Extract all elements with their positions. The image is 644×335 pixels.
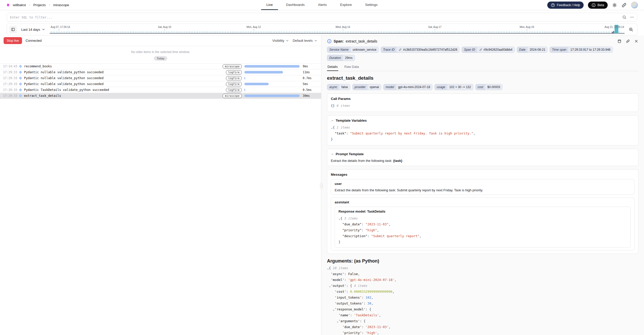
badge-value: 29ms — [343, 55, 354, 61]
sql-filter-input[interactable] — [10, 15, 619, 19]
tab-alerts[interactable]: Alerts — [313, 0, 332, 10]
template-variables-title: Template Variables — [336, 119, 367, 122]
time-range-dropdown[interactable]: Last 14 days — [19, 28, 47, 32]
duration-label: 30ms — [303, 94, 318, 98]
panel-icon — [617, 39, 621, 43]
logfire-logo-icon[interactable] — [6, 3, 10, 7]
tab-live[interactable]: Live — [261, 0, 278, 10]
span-detail-panel: Span: extract_task_details Service Name … — [321, 35, 644, 335]
breadcrumb-item[interactable]: mirascope — [53, 3, 69, 7]
duration-bar — [244, 83, 269, 85]
timeline-axis — [50, 33, 625, 34]
badge-value: gpt-4o-mini-2024-07-18 — [396, 84, 432, 90]
duration-label: 9ms — [303, 65, 318, 68]
breadcrumb-item[interactable]: Projects — [33, 3, 46, 7]
sql-filter-bar — [7, 13, 637, 22]
badge-value: #9c942620aa93dbb4 — [477, 47, 515, 53]
badge-label: Date — [517, 47, 528, 53]
response-model-json: ⌄{ 3 items "due_date": "2023-11-03", "pr… — [339, 215, 627, 245]
timeline-zoom-button[interactable] — [627, 26, 635, 33]
log-message: extract_task_details — [24, 94, 61, 98]
timeline-track[interactable]: Aug 07, 17:26:14Sat, Aug 10Mon, Aug 12We… — [50, 24, 625, 35]
theme-toggle-button[interactable] — [612, 3, 617, 8]
link-icon — [621, 3, 627, 8]
sidebar-toggle-button[interactable] — [9, 26, 17, 33]
share-link-button[interactable] — [621, 3, 627, 8]
default-levels-dropdown[interactable]: Default levels — [293, 39, 318, 43]
timeline-tick-label: Aug 21, 17:26:14 — [605, 26, 624, 28]
chevron-down-icon — [42, 28, 45, 31]
detail-tab-details[interactable]: Details — [327, 65, 338, 71]
badge-label: Trace ID — [381, 47, 397, 53]
tab-dashboards[interactable]: Dashboards — [281, 0, 310, 10]
more-options-button[interactable] — [630, 15, 634, 19]
badge-label: provider — [353, 84, 368, 90]
timeline-tick-label: Mon, Aug 19 — [520, 26, 534, 28]
timeline-tick-label: Mon, Aug 12 — [246, 26, 261, 28]
avatar[interactable] — [631, 2, 638, 8]
feedback-help-button[interactable]: Feedback / Help — [547, 2, 584, 9]
search-button[interactable] — [622, 15, 626, 19]
user-role-label: user — [335, 182, 631, 186]
breadcrumb-item[interactable]: willbakst — [13, 3, 26, 7]
span-attribute-badges: async false provider openai model gpt-4o… — [327, 84, 638, 90]
log-row[interactable]: 17:29:33 Pydantic nullable validate_pyth… — [0, 69, 321, 75]
span-title: extract_task_details — [327, 75, 638, 81]
feedback-help-label: Feedback / Help — [557, 3, 580, 7]
log-row[interactable]: 17:29:33 extract_task_details mirascope … — [0, 93, 321, 99]
span-meta-badge: Service Name unknown_service — [327, 47, 379, 53]
span-attribute-badge: provider openai — [352, 84, 381, 90]
assistant-message: assistant Response model: TaskDetails ⌄{… — [331, 197, 635, 250]
chevron-down-icon — [286, 39, 289, 43]
scope-tag: logfire — [226, 88, 242, 92]
span-diamond-icon — [19, 94, 22, 97]
span-meta-badge: Date 2024-08-21 — [517, 47, 548, 53]
visibility-dropdown[interactable]: Visibility — [272, 39, 289, 43]
badge-value: false — [339, 84, 350, 90]
span-attribute-badge: cost $0.00003 — [475, 84, 503, 90]
live-panel-header: Stop live Connected Visibility Default l… — [0, 35, 321, 46]
nav-tabs: LiveDashboardsAlertsExploreSettings — [261, 0, 383, 10]
main-split: Stop live Connected Visibility Default l… — [0, 35, 644, 335]
beta-button[interactable]: Beta — [588, 2, 608, 9]
scope-tag: mirascope — [223, 64, 242, 69]
scope-tag: mirascope — [223, 94, 242, 98]
prompt-text: Extract the details from the following t… — [331, 159, 393, 163]
log-row[interactable]: 17:29:33 Pydantic nullable validate_pyth… — [0, 75, 321, 81]
log-row[interactable]: 17:29:33 Pydantic TaskDetails validate_p… — [0, 87, 321, 93]
prompt-template-heading[interactable]: Prompt Template — [331, 152, 635, 156]
log-timestamp: 17:29:33 — [3, 76, 19, 80]
tab-settings[interactable]: Settings — [360, 0, 383, 10]
template-variables-card: Template Variables ⌄{ 1 items "task": "S… — [327, 115, 638, 145]
log-message: recommend_books — [24, 65, 52, 68]
copy-link-button[interactable] — [626, 39, 630, 43]
visibility-label: Visibility — [272, 39, 284, 43]
log-row[interactable]: 17:14:43 recommend_books mirascope 9ms — [0, 64, 321, 69]
link-icon — [626, 39, 630, 43]
panel-resize-handle[interactable] — [320, 183, 323, 189]
timeline-tick-mark — [527, 29, 527, 31]
prompt-variable: {task} — [393, 159, 402, 163]
prompt-template-card: Prompt Template Extract the details from… — [327, 149, 638, 166]
badge-value: openai — [368, 84, 381, 90]
beta-label: Beta — [597, 3, 604, 7]
log-timestamp: 17:29:33 — [3, 82, 19, 86]
messages-heading: Messages — [331, 173, 635, 176]
close-panel-button[interactable] — [634, 39, 638, 43]
timeline-tick-mark — [435, 29, 435, 31]
time-range-label: Last 14 days — [21, 28, 40, 32]
log-timestamp: 17:14:43 — [3, 65, 19, 68]
stop-live-button[interactable]: Stop live — [4, 37, 22, 44]
nav-right: Feedback / Help Beta — [547, 2, 638, 9]
tab-explore[interactable]: Explore — [335, 0, 357, 10]
timeline-tick-label: Sat, Aug 10 — [158, 26, 171, 28]
search-icon — [622, 15, 626, 19]
span-kind-label: Span: — [334, 39, 344, 43]
duration-bar — [244, 77, 245, 79]
collapse-icon — [331, 153, 334, 156]
detail-tab-raw-data[interactable]: Raw Data — [344, 65, 359, 71]
open-in-drawer-button[interactable] — [617, 39, 621, 43]
template-variables-heading[interactable]: Template Variables — [331, 119, 635, 122]
log-row[interactable]: 17:29:33 Pydantic nullable validate_pyth… — [0, 81, 321, 87]
badge-label: usage — [435, 84, 447, 90]
